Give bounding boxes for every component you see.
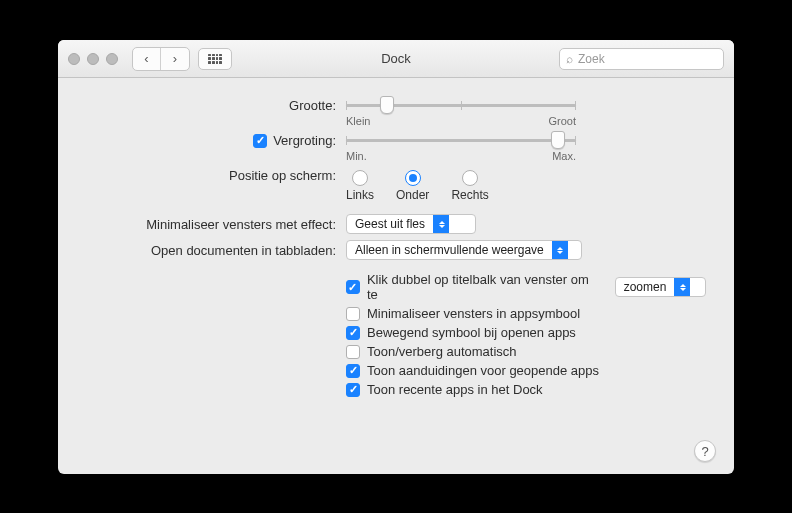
magnify-label: Vergroting: (273, 133, 336, 148)
help-icon: ? (701, 444, 708, 459)
search-input[interactable] (578, 52, 717, 66)
animate-open-checkbox[interactable] (346, 326, 360, 340)
content-pane: Grootte: Klein Groot Vergroting: (58, 78, 734, 474)
minimize-effect-label: Minimaliseer vensters met effect: (146, 217, 336, 232)
back-button[interactable]: ‹ (133, 48, 161, 70)
indicators-checkbox[interactable] (346, 364, 360, 378)
autohide-label: Toon/verberg automatisch (367, 344, 517, 359)
open-tabs-popup[interactable]: Alleen in schermvullende weergave (346, 240, 582, 260)
double-click-titlebar-label: Klik dubbel op titelbalk van venster om … (367, 272, 602, 302)
zoom-window-button[interactable] (106, 53, 118, 65)
animate-open-label: Bewegend symbool bij openen apps (367, 325, 576, 340)
minimize-effect-popup[interactable]: Geest uit fles (346, 214, 476, 234)
preferences-window: ‹ › Dock ⌕ Grootte: (58, 40, 734, 474)
open-tabs-label: Open documenten in tabbladen: (151, 243, 336, 258)
forward-button[interactable]: › (161, 48, 189, 70)
search-icon: ⌕ (566, 52, 573, 66)
size-max-label: Groot (548, 115, 576, 127)
minimize-effect-value: Geest uit fles (347, 217, 433, 231)
recent-apps-checkbox[interactable] (346, 383, 360, 397)
popup-arrows-icon (674, 278, 690, 296)
magnify-max-label: Max. (552, 150, 576, 162)
minimize-window-button[interactable] (87, 53, 99, 65)
double-click-action-popup[interactable]: zoomen (615, 277, 706, 297)
position-right-label: Rechts (451, 188, 488, 202)
position-bottom-radio[interactable] (405, 170, 421, 186)
position-radio-group: Links Onder Rechts (346, 170, 706, 202)
double-click-titlebar-checkbox[interactable] (346, 280, 360, 294)
recent-apps-label: Toon recente apps in het Dock (367, 382, 543, 397)
search-field[interactable]: ⌕ (559, 48, 724, 70)
position-left-label: Links (346, 188, 374, 202)
chevron-right-icon: › (173, 51, 177, 66)
magnify-slider[interactable] (346, 131, 576, 149)
window-controls (68, 53, 118, 65)
close-window-button[interactable] (68, 53, 80, 65)
minimize-into-icon-label: Minimaliseer vensters in appsymbool (367, 306, 580, 321)
minimize-into-icon-checkbox[interactable] (346, 307, 360, 321)
popup-arrows-icon (552, 241, 568, 259)
autohide-checkbox[interactable] (346, 345, 360, 359)
indicators-label: Toon aanduidingen voor geopende apps (367, 363, 599, 378)
show-all-button[interactable] (198, 48, 232, 70)
magnify-checkbox[interactable] (253, 134, 267, 148)
chevron-left-icon: ‹ (144, 51, 148, 66)
popup-arrows-icon (433, 215, 449, 233)
grid-icon (208, 54, 222, 64)
titlebar: ‹ › Dock ⌕ (58, 40, 734, 78)
size-min-label: Klein (346, 115, 370, 127)
position-bottom-label: Onder (396, 188, 429, 202)
magnify-min-label: Min. (346, 150, 367, 162)
double-click-action-value: zoomen (616, 280, 675, 294)
position-label: Positie op scherm: (229, 168, 336, 183)
options-list: Klik dubbel op titelbalk van venster om … (346, 272, 706, 397)
size-label: Grootte: (289, 98, 336, 113)
nav-segment: ‹ › (132, 47, 190, 71)
open-tabs-value: Alleen in schermvullende weergave (347, 243, 552, 257)
position-left-radio[interactable] (352, 170, 368, 186)
position-right-radio[interactable] (462, 170, 478, 186)
size-slider[interactable] (346, 96, 576, 114)
help-button[interactable]: ? (694, 440, 716, 462)
